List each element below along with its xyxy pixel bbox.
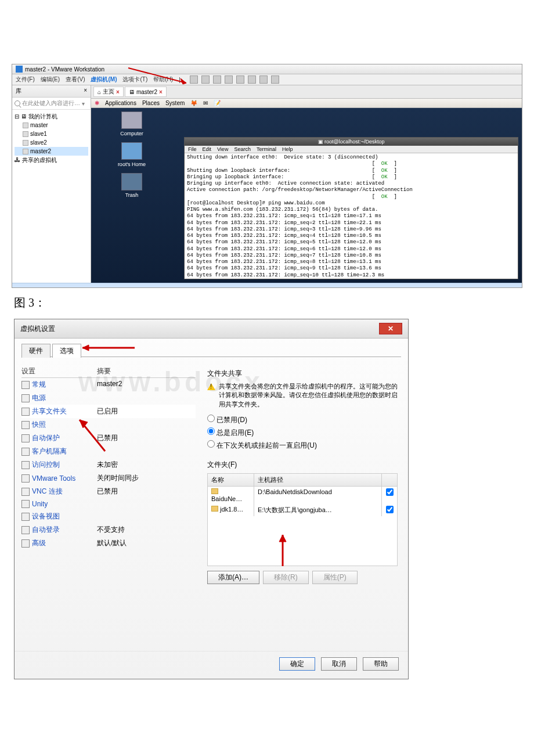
terminal-output[interactable]: Shutting down interface eth0: Device sta… bbox=[185, 153, 518, 279]
unity-icon[interactable] bbox=[259, 75, 268, 84]
gnome-menu-apps[interactable]: Applications bbox=[105, 100, 136, 106]
option-row[interactable]: 高级默认/默认 bbox=[21, 537, 196, 550]
term-menu-view[interactable]: View bbox=[217, 146, 228, 152]
menu-vm[interactable]: 虚拟机(M) bbox=[91, 75, 117, 84]
tree-my-computer[interactable]: ⊟ 🖥 我的计算机 bbox=[15, 112, 88, 121]
desktop-icons: Computer root's Home Trash bbox=[97, 111, 167, 204]
note-icon[interactable]: 📝 bbox=[214, 100, 221, 106]
firefox-icon[interactable]: 🦊 bbox=[190, 100, 197, 106]
annotation-arrow-tabs bbox=[80, 342, 138, 354]
option-icon bbox=[21, 500, 30, 508]
desktop-computer[interactable]: Computer bbox=[97, 111, 167, 136]
folder-enabled-checkbox[interactable] bbox=[386, 488, 394, 496]
option-row[interactable]: VMware Tools关闭时间同步 bbox=[21, 471, 196, 485]
chevron-down-icon[interactable]: ▾ bbox=[82, 100, 85, 107]
snapshot-icon[interactable] bbox=[213, 75, 221, 84]
thumbnail-icon[interactable] bbox=[271, 75, 279, 84]
gnome-menu-places[interactable]: Places bbox=[142, 100, 160, 106]
desktop-home[interactable]: root's Home bbox=[97, 142, 167, 167]
option-icon bbox=[21, 526, 30, 534]
computer-icon bbox=[121, 111, 142, 129]
gnome-menu-system[interactable]: System bbox=[165, 100, 185, 106]
vm-icon bbox=[23, 140, 28, 146]
term-menu-file[interactable]: File bbox=[188, 146, 197, 152]
pause-icon[interactable] bbox=[190, 75, 198, 84]
option-row[interactable]: 自动登录不受支持 bbox=[21, 523, 196, 537]
tab-options[interactable]: 选项 bbox=[52, 344, 81, 358]
menu-edit[interactable]: 编辑(E) bbox=[41, 75, 60, 84]
fullscreen-icon[interactable] bbox=[248, 75, 256, 84]
tree-item-master[interactable]: master bbox=[15, 121, 88, 129]
terminal-title: root@localhost:~/Desktop bbox=[324, 139, 384, 145]
options-detail: 文件夹共享 共享文件夹会将您的文件显示给虚拟机中的程序。这可能为您的计算机和数据… bbox=[207, 366, 401, 645]
desktop-trash[interactable]: Trash bbox=[97, 173, 167, 198]
menu-view[interactable]: 查看(V) bbox=[66, 75, 85, 84]
vm-icon bbox=[23, 149, 28, 154]
cancel-button[interactable]: 取消 bbox=[321, 657, 357, 671]
option-row[interactable]: 访问控制未加密 bbox=[21, 458, 196, 471]
library-search[interactable]: 在此处键入内容进行… ▾ bbox=[12, 98, 91, 110]
radio-always-enabled[interactable]: 总是启用(E) bbox=[207, 426, 398, 439]
option-summary: 不受支持 bbox=[97, 525, 125, 535]
remove-button[interactable]: 移除(R) bbox=[263, 571, 309, 584]
folder-enabled-checkbox[interactable] bbox=[386, 506, 394, 513]
vm-icon bbox=[23, 123, 28, 128]
add-button[interactable]: 添加(A)… bbox=[207, 571, 259, 584]
manage-icon[interactable] bbox=[236, 75, 244, 84]
close-button[interactable]: ✕ bbox=[379, 323, 402, 334]
close-icon[interactable]: × bbox=[116, 89, 120, 95]
option-icon bbox=[21, 381, 30, 389]
option-row[interactable]: VNC 连接已禁用 bbox=[21, 485, 196, 498]
folder-row[interactable]: BaiduNe…D:\BaiduNetdiskDownload bbox=[208, 487, 397, 504]
option-icon bbox=[21, 488, 30, 496]
tab-home[interactable]: ⌂ 主页 × bbox=[93, 87, 124, 97]
help-button[interactable]: 帮助 bbox=[363, 657, 399, 671]
warning-icon bbox=[207, 383, 215, 390]
tab-master2[interactable]: 🖥 master2 × bbox=[125, 87, 167, 97]
term-menu-terminal[interactable]: Terminal bbox=[257, 146, 276, 152]
terminal-menubar: File Edit View Search Terminal Help bbox=[185, 146, 518, 153]
vm-tabs: ⌂ 主页 × 🖥 master2 × bbox=[91, 85, 522, 99]
search-icon bbox=[15, 100, 20, 106]
tab-hardware[interactable]: 硬件 bbox=[21, 344, 50, 358]
col-checked bbox=[382, 474, 397, 486]
dropdown-icon[interactable] bbox=[201, 75, 210, 84]
tree-item-slave2[interactable]: slave2 bbox=[15, 138, 88, 147]
term-menu-edit[interactable]: Edit bbox=[203, 146, 212, 152]
ok-button[interactable]: 确定 bbox=[279, 657, 315, 671]
tree-item-master2[interactable]: master2 bbox=[15, 147, 88, 156]
folder-icon bbox=[211, 506, 218, 512]
tree-shared-vms[interactable]: 🖧 共享的虚拟机 bbox=[15, 156, 88, 164]
tree-item-slave1[interactable]: slave1 bbox=[15, 129, 88, 138]
option-summary: 关闭时间同步 bbox=[97, 473, 139, 483]
vmware-workstation-window: master2 - VMware Workstation 文件(F) 编辑(E)… bbox=[12, 64, 522, 288]
option-row[interactable]: Unity bbox=[21, 498, 196, 510]
revert-icon[interactable] bbox=[225, 75, 233, 84]
menu-tabs[interactable]: 选项卡(T) bbox=[122, 75, 147, 84]
col-name: 名称 bbox=[208, 474, 254, 486]
menubar: 文件(F) 编辑(E) 查看(V) 虚拟机(M) 选项卡(T) 帮助(H) | bbox=[12, 74, 522, 85]
properties-button[interactable]: 属性(P) bbox=[312, 571, 358, 584]
library-header: 库 × bbox=[12, 85, 91, 98]
folder-buttons: 添加(A)… 移除(R) 属性(P) bbox=[207, 571, 398, 584]
gnome-desktop[interactable]: Computer root's Home Trash ▣ root@localh… bbox=[91, 108, 522, 283]
option-icon bbox=[21, 513, 30, 521]
folder-row[interactable]: jdk1.8…E:\大数据工具\gongjuba… bbox=[208, 504, 397, 516]
mail-icon[interactable]: ✉ bbox=[203, 100, 208, 106]
radio-enabled-until[interactable]: 在下次关机或挂起前一直启用(U) bbox=[207, 439, 398, 452]
terminal-titlebar: ▣ root@localhost:~/Desktop bbox=[185, 138, 518, 146]
term-menu-help[interactable]: Help bbox=[282, 146, 293, 152]
close-icon[interactable]: × bbox=[159, 89, 163, 95]
options-list: 设置 摘要 常规master2电源共享文件夹已启用快照自动保护已禁用客户机隔离访… bbox=[21, 366, 196, 645]
menu-file[interactable]: 文件(F) bbox=[16, 75, 35, 84]
term-menu-search[interactable]: Search bbox=[234, 146, 251, 152]
option-row[interactable]: 设备视图 bbox=[21, 510, 196, 523]
terminal-window: ▣ root@localhost:~/Desktop File Edit Vie… bbox=[184, 137, 518, 279]
gnome-menubar: ✱ Applications Places System 🦊 ✉ 📝 bbox=[91, 99, 522, 108]
close-icon[interactable]: × bbox=[84, 87, 87, 95]
menu-help[interactable]: 帮助(H) bbox=[153, 75, 173, 84]
window-titlebar: master2 - VMware Workstation bbox=[12, 64, 522, 74]
option-icon bbox=[21, 461, 30, 469]
radio-disabled[interactable]: 已禁用(D) bbox=[207, 413, 398, 426]
option-icon bbox=[21, 394, 30, 402]
